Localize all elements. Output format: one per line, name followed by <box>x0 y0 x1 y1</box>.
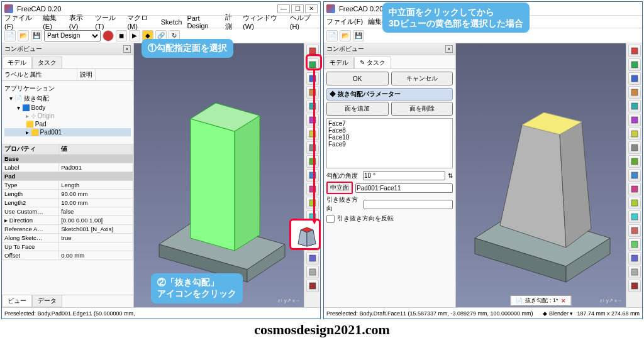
part-design-tool-icon[interactable] <box>306 128 319 140</box>
tree-doc[interactable]: 抜き勾配 <box>24 95 49 102</box>
pull-dir-input[interactable] <box>364 200 453 209</box>
prop-value[interactable]: false <box>59 207 133 216</box>
menu-item[interactable]: マクロ(M) <box>127 13 155 30</box>
prop-value[interactable]: 10.00 mm <box>59 199 133 207</box>
save-icon[interactable]: 💾 <box>353 30 364 41</box>
3d-viewport[interactable]: 📄 抜き勾配 : 1* ✕ z↑ y↗ x→ <box>456 43 626 307</box>
part-design-tool-icon[interactable] <box>306 280 319 292</box>
part-design-tool-icon[interactable] <box>306 100 319 112</box>
part-design-tool-icon[interactable] <box>628 210 641 223</box>
menu-item[interactable]: ファイル(F) <box>326 17 363 26</box>
part-design-tool-icon[interactable] <box>628 72 641 85</box>
save-icon[interactable]: 💾 <box>31 30 42 41</box>
tree-pad[interactable]: Pad <box>35 121 47 128</box>
prop-value[interactable]: Length <box>59 181 133 190</box>
face-list-item[interactable]: Face9 <box>328 141 451 148</box>
tab-model[interactable]: モデル <box>2 57 32 68</box>
doc-close-icon[interactable]: ✕ <box>561 298 566 304</box>
menu-item[interactable]: Part Design <box>187 14 220 30</box>
open-file-icon[interactable]: 📂 <box>18 30 29 41</box>
workbench-selector[interactable]: Part Design <box>44 30 101 41</box>
menu-item[interactable]: ヘルプ(H) <box>290 13 318 30</box>
macro-record-icon[interactable] <box>103 30 114 41</box>
menu-item[interactable]: ファイル(F) <box>4 13 38 30</box>
bottom-tab-view[interactable]: ビュー <box>2 295 32 307</box>
prop-value[interactable]: [0.00 0.00 1.00] <box>59 216 133 225</box>
close-button[interactable]: ✕ <box>305 4 318 13</box>
part-design-tool-icon[interactable] <box>628 197 641 209</box>
tree-pad001[interactable]: Pad001 <box>40 129 62 136</box>
face-list[interactable]: Face7Face8Face10Face9 <box>326 118 453 168</box>
model-tree[interactable]: アプリケーション ▾ 📄 抜き勾配 ▾ 🟦 Body ▸ ⊹ Origin 🟨 … <box>2 81 133 144</box>
3d-viewport[interactable]: z↑ y↗ x→ <box>134 43 304 307</box>
part-design-tool-icon[interactable] <box>628 141 641 154</box>
macro-icon[interactable]: ▶ <box>129 30 140 41</box>
maximize-button[interactable]: ☐ <box>291 4 304 13</box>
nav-style[interactable]: ◆ Blender ▾ <box>543 310 573 317</box>
neutral-plane-button[interactable]: 中立面 <box>326 182 353 194</box>
part-design-tool-icon[interactable] <box>628 45 641 57</box>
part-design-tool-icon[interactable] <box>628 100 641 112</box>
tree-origin[interactable]: Origin <box>38 112 55 119</box>
part-design-tool-icon[interactable] <box>306 141 319 154</box>
face-list-item[interactable]: Face7 <box>328 120 451 127</box>
ok-button[interactable]: OK <box>326 72 389 85</box>
part-design-tool-icon[interactable] <box>628 114 641 126</box>
property-grid[interactable]: プロパティ値 Base LabelPad001 Pad TypeLength L… <box>2 144 133 295</box>
panel-close-icon[interactable]: × <box>445 45 453 53</box>
prop-value[interactable] <box>59 243 133 251</box>
part-design-tool-icon[interactable] <box>628 280 641 292</box>
part-design-tool-icon[interactable] <box>306 155 319 168</box>
menu-item[interactable]: 表示(V) <box>69 13 91 30</box>
reverse-checkbox[interactable] <box>326 215 335 223</box>
panel-close-icon[interactable]: × <box>123 45 131 53</box>
part-design-tool-icon[interactable] <box>306 169 319 182</box>
part-design-tool-icon[interactable] <box>306 183 319 195</box>
part-design-tool-icon[interactable] <box>306 72 319 85</box>
part-design-tool-icon[interactable] <box>628 183 641 195</box>
part-design-tool-icon[interactable] <box>306 252 319 264</box>
part-design-tool-icon[interactable] <box>628 58 641 71</box>
part-design-tool-icon[interactable] <box>628 169 641 182</box>
prop-value[interactable]: 0.00 mm <box>59 251 133 260</box>
part-design-tool-icon[interactable] <box>628 266 641 278</box>
part-design-tool-icon[interactable] <box>306 86 319 99</box>
part-design-tool-icon[interactable] <box>628 238 641 251</box>
tab-task[interactable]: ✎ タスク <box>354 57 391 68</box>
menu-item[interactable]: Sketch <box>161 18 182 26</box>
tree-body[interactable]: Body <box>31 104 46 111</box>
menu-item[interactable]: ウィンドウ(W) <box>243 13 285 30</box>
part-design-tool-icon[interactable] <box>628 224 641 237</box>
open-file-icon[interactable]: 📂 <box>340 30 351 41</box>
part-design-tool-icon[interactable] <box>306 114 319 126</box>
angle-input[interactable] <box>363 171 445 180</box>
neutral-plane-input[interactable] <box>355 183 453 193</box>
part-design-tool-icon[interactable] <box>628 128 641 140</box>
part-design-tool-icon[interactable] <box>306 197 319 209</box>
face-list-item[interactable]: Face8 <box>328 127 451 134</box>
part-design-tool-icon[interactable] <box>628 252 641 264</box>
face-list-item[interactable]: Face10 <box>328 134 451 141</box>
prop-value[interactable]: 90.00 mm <box>59 190 133 199</box>
prop-value[interactable]: true <box>59 234 133 243</box>
new-file-icon[interactable]: 📄 <box>4 30 16 41</box>
menu-item[interactable]: 編集(E) <box>43 13 64 30</box>
tab-model[interactable]: モデル <box>324 57 354 68</box>
document-tab[interactable]: 📄 抜き勾配 : 1* ✕ <box>510 295 571 306</box>
macro-stop-icon[interactable]: ◼ <box>116 30 127 41</box>
part-design-tool-icon[interactable] <box>306 266 319 278</box>
menu-item[interactable]: ツール(T) <box>95 13 122 30</box>
prop-value[interactable]: Sketch001 [N_Axis] <box>59 225 133 234</box>
delete-face-button[interactable]: 面を削除 <box>391 102 453 116</box>
add-face-button[interactable]: 面を追加 <box>326 102 389 116</box>
part-design-tool-icon[interactable] <box>628 86 641 99</box>
new-file-icon[interactable]: 📄 <box>326 30 338 41</box>
prop-value[interactable]: Pad001 <box>59 163 133 172</box>
spinner-icon[interactable]: ⇅ <box>448 172 453 179</box>
tab-task[interactable]: タスク <box>32 57 62 68</box>
bottom-tab-data[interactable]: データ <box>32 295 62 307</box>
part-design-tool-icon[interactable] <box>628 155 641 168</box>
cancel-button[interactable]: キャンセル <box>391 72 453 85</box>
minimize-button[interactable]: — <box>277 4 290 13</box>
draft-tool-icon[interactable] <box>293 222 321 250</box>
